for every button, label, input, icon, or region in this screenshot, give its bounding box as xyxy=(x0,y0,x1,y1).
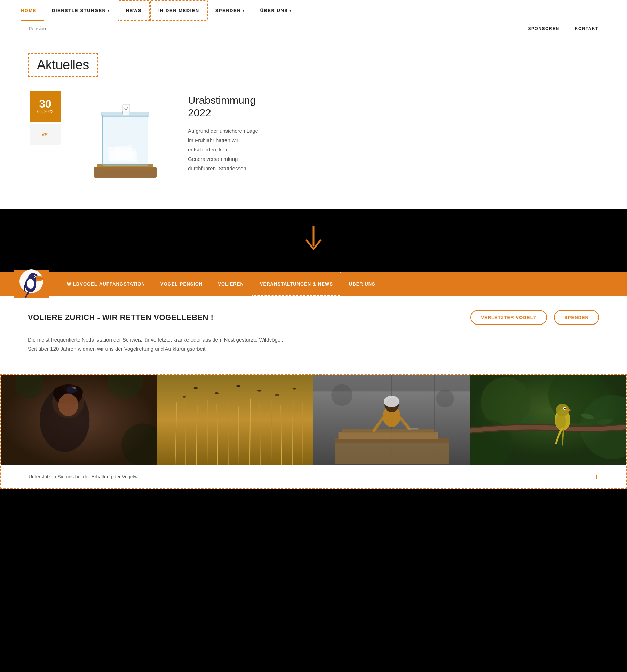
date-day: 30 xyxy=(39,98,51,109)
svg-rect-32 xyxy=(157,375,314,465)
nav-sponsoren[interactable]: SPONSOREN xyxy=(521,26,567,31)
nav-kontakt[interactable]: KONTAKT xyxy=(567,26,606,31)
article-body: Aufgrund der unsicheren Lageim Frühjahr … xyxy=(188,126,599,173)
nav-sub-row: Pension SPONSOREN KONTAKT xyxy=(0,21,627,36)
svg-rect-54 xyxy=(342,429,435,433)
edit-icon-box: ✏ xyxy=(30,124,61,145)
main-description: Die meist frequentierte Notfallstation d… xyxy=(28,335,341,353)
svg-point-72 xyxy=(555,414,566,430)
nav-news[interactable]: NEWS xyxy=(118,0,150,21)
svg-rect-52 xyxy=(335,443,449,464)
image-grid-section: Unterstützen Sie uns bei der Erhaltung d… xyxy=(0,374,627,489)
nav-spenden[interactable]: SPENDEN ▾ xyxy=(208,0,253,21)
orange-navbar: WILDVOGEL-AUFFANGSTATION VOGEL-PENSION V… xyxy=(0,272,627,296)
chevron-down-icon: ▾ xyxy=(108,9,110,13)
svg-point-71 xyxy=(564,408,565,409)
aktuelles-title: Aktuelles xyxy=(37,57,89,72)
aktuelles-section: Aktuelles 30 06, 2022 ✏ xyxy=(0,36,627,209)
aktuelles-title-box: Aktuelles xyxy=(28,53,98,77)
verletzter-vogel-button[interactable]: VERLETZTER VOGEL? xyxy=(470,310,547,325)
bird-logo xyxy=(14,270,49,298)
date-block: 30 06, 2022 ✏ xyxy=(28,91,63,145)
main-headline-row: VOLIERE ZURICH - WIR RETTEN VOGELLEBEN !… xyxy=(28,310,599,325)
down-arrow-icon xyxy=(304,226,323,254)
chevron-down-icon: ▾ xyxy=(289,9,292,13)
nav-home[interactable]: HOME xyxy=(21,0,44,21)
arrow-section xyxy=(0,209,627,272)
svg-point-62 xyxy=(436,390,454,407)
svg-rect-53 xyxy=(339,432,438,439)
cta-buttons: VERLETZTER VOGEL? SPENDEN xyxy=(465,310,599,325)
top-nav-wrapper: HOME DIENSTLEISTUNGEN ▾ NEWS IN DEN MEDI… xyxy=(0,0,627,36)
nav-uber-uns[interactable]: ÜBER UNS ▾ xyxy=(253,0,300,21)
edit-icon: ✏ xyxy=(40,129,50,140)
grid-image-3 xyxy=(314,375,470,465)
ballot-box-image xyxy=(84,91,167,188)
main-content: VOLIERE ZURICH - WIR RETTEN VOGELLEBEN !… xyxy=(0,296,627,374)
scroll-up-button[interactable]: ↑ xyxy=(595,472,598,481)
grid-image-2 xyxy=(157,375,314,465)
chevron-down-icon: ▾ xyxy=(243,9,245,13)
orange-nav-uber-uns[interactable]: ÜBER UNS xyxy=(341,272,383,296)
nav-in-den-medien[interactable]: IN DEN MEDIEN xyxy=(150,0,208,21)
svg-point-27 xyxy=(59,402,74,411)
aktuelles-content: 30 06, 2022 ✏ xyxy=(28,91,599,188)
grid-image-1 xyxy=(1,375,157,465)
date-badge: 30 06, 2022 xyxy=(30,91,61,122)
article-title: Urabstimmung2022 xyxy=(188,94,599,119)
grid-image-4 xyxy=(470,375,627,465)
date-month-year: 06, 2022 xyxy=(37,109,54,114)
orange-nav-veranstaltungen[interactable]: VERANSTALTUNGEN & NEWS xyxy=(252,272,341,296)
main-headline: VOLIERE ZURICH - WIR RETTEN VOGELLEBEN ! xyxy=(28,313,213,322)
svg-point-16 xyxy=(27,279,34,289)
nav-dienstleistungen[interactable]: DIENSTLEISTUNGEN ▾ xyxy=(44,0,118,21)
svg-point-19 xyxy=(34,276,35,277)
spenden-button[interactable]: SPENDEN xyxy=(554,310,599,325)
svg-rect-6 xyxy=(110,151,137,162)
pension-link[interactable]: Pension xyxy=(21,26,54,31)
orange-nav-wildvogel[interactable]: WILDVOGEL-AUFFANGSTATION xyxy=(59,272,153,296)
svg-point-28 xyxy=(66,386,77,393)
image-grid xyxy=(1,375,626,465)
footer-text: Unterstützen Sie uns bei der Erhaltung d… xyxy=(29,474,144,479)
svg-rect-60 xyxy=(408,428,419,429)
top-nav: HOME DIENSTLEISTUNGEN ▾ NEWS IN DEN MEDI… xyxy=(0,0,627,21)
footer-text-row: Unterstützen Sie uns bei der Erhaltung d… xyxy=(1,465,626,488)
orange-nav-vogel-pension[interactable]: VOGEL-PENSION xyxy=(153,272,210,296)
svg-point-57 xyxy=(384,396,399,407)
article-text: Urabstimmung2022 Aufgrund der unsicheren… xyxy=(188,91,599,173)
svg-point-61 xyxy=(331,384,352,406)
orange-nav-volieren[interactable]: VOLIEREN xyxy=(210,272,251,296)
